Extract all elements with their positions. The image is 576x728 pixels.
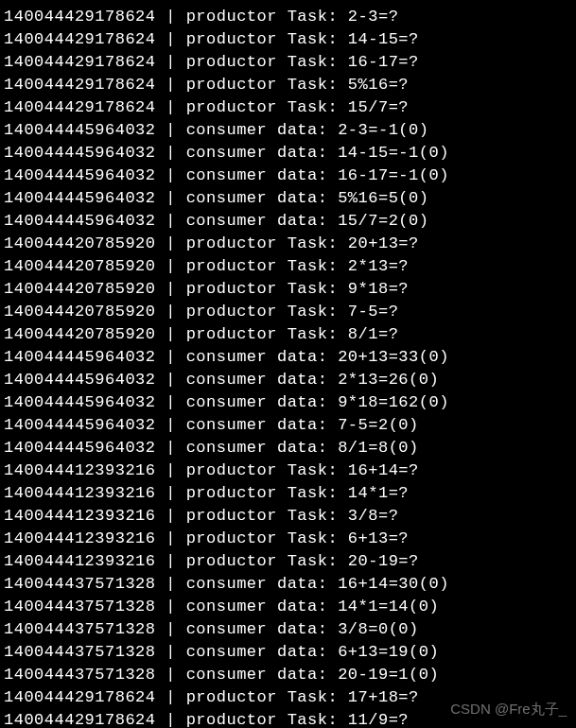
log-line: 140044420785920 | productor Task: 2*13=? [4,255,572,278]
log-line: 140044412393216 | productor Task: 20-19=… [4,550,572,573]
log-line: 140044412393216 | productor Task: 14*1=? [4,482,572,505]
log-line: 140044420785920 | productor Task: 7-5=? [4,301,572,323]
log-line: 140044412393216 | productor Task: 16+14=… [4,459,572,482]
log-line: 140044445964032 | consumer data: 8/1=8(0… [4,437,572,459]
log-line: 140044429178624 | productor Task: 17+18=… [4,686,572,709]
log-line: 140044420785920 | productor Task: 9*18=? [4,278,572,301]
log-line: 140044429178624 | productor Task: 15/7=? [4,96,572,119]
log-line: 140044429178624 | productor Task: 5%16=? [4,74,572,96]
log-line: 140044437571328 | consumer data: 3/8=0(0… [4,618,572,641]
log-line: 140044437571328 | consumer data: 14*1=14… [4,596,572,618]
log-line: 140044445964032 | consumer data: 5%16=5(… [4,187,572,210]
log-line: 140044445964032 | consumer data: 16-17=-… [4,165,572,187]
log-line: 140044429178624 | productor Task: 16-17=… [4,51,572,74]
log-line: 140044445964032 | consumer data: 2-3=-1(… [4,119,572,142]
log-line: 140044445964032 | consumer data: 20+13=3… [4,346,572,369]
log-line: 140044437571328 | consumer data: 16+14=3… [4,573,572,596]
log-line: 140044445964032 | consumer data: 2*13=26… [4,369,572,391]
log-line: 140044437571328 | consumer data: 6+13=19… [4,641,572,664]
log-line: 140044445964032 | consumer data: 7-5=2(0… [4,414,572,437]
log-line: 140044429178624 | productor Task: 2-3=? [4,6,572,28]
log-line: 140044445964032 | consumer data: 15/7=2(… [4,210,572,233]
terminal-output[interactable]: 140044429178624 | productor Task: 2-3=?1… [4,6,572,728]
log-line: 140044429178624 | productor Task: 14-15=… [4,28,572,51]
log-line: 140044412393216 | productor Task: 3/8=? [4,505,572,528]
log-line: 140044420785920 | productor Task: 20+13=… [4,233,572,255]
log-line: 140044445964032 | consumer data: 9*18=16… [4,391,572,414]
log-line: 140044429178624 | productor Task: 11/9=? [4,709,572,728]
log-line: 140044437571328 | consumer data: 20-19=1… [4,664,572,686]
log-line: 140044445964032 | consumer data: 14-15=-… [4,142,572,165]
log-line: 140044412393216 | productor Task: 6+13=? [4,528,572,550]
log-line: 140044420785920 | productor Task: 8/1=? [4,323,572,346]
